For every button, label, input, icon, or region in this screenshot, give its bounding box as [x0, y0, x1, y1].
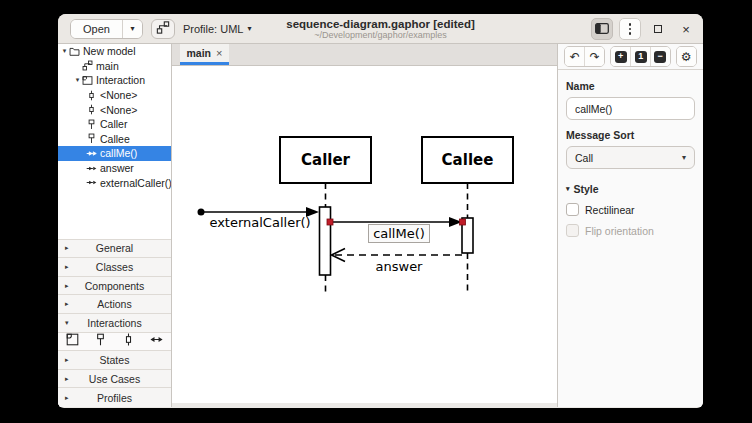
section-label: Components [85, 280, 145, 292]
toolbox-section-classes[interactable]: ▸ Classes [58, 258, 171, 277]
tree-item-main[interactable]: main [58, 59, 171, 74]
rectilinear-checkbox-row[interactable]: Rectilinear [566, 203, 695, 216]
menu-button[interactable] [619, 18, 641, 40]
toolbox: ▸ General ▸ Classes ▸ Components ▸ Actio… [58, 239, 171, 407]
caller-activation-bar[interactable] [320, 207, 331, 275]
tool-interaction[interactable] [65, 334, 80, 349]
tree-item-label: Interaction [96, 74, 145, 86]
rectilinear-checkbox[interactable] [566, 203, 579, 216]
selection-handle[interactable] [327, 219, 333, 225]
expander-right-icon: ▸ [65, 244, 69, 252]
style-expander[interactable]: ▾ Style [566, 183, 695, 195]
toolbox-section-use-cases[interactable]: ▸ Use Cases [58, 370, 171, 389]
maximize-button[interactable] [647, 18, 669, 40]
tree-item-interaction[interactable]: ▾ Interaction [58, 73, 171, 88]
zoom-in-button[interactable]: + [611, 47, 630, 66]
section-label: Classes [96, 261, 133, 273]
flip-orientation-checkbox-row: Flip orientation [566, 224, 695, 237]
tool-execution-specification[interactable] [121, 334, 136, 349]
lifeline-icon [86, 118, 98, 130]
zoom-group: + 1 − [610, 46, 671, 67]
selection-handle[interactable] [460, 219, 466, 225]
undo-button[interactable]: ↶ [565, 47, 584, 66]
app-window: sequence-diagram.gaphor [edited] ~/Devel… [58, 14, 703, 408]
expander-right-icon: ▸ [65, 282, 69, 290]
tree-item-none-1[interactable]: <None> [58, 88, 171, 103]
message-icon [86, 162, 98, 174]
folder-icon [69, 45, 81, 57]
settings-group: ⚙ [676, 46, 698, 67]
window-title: sequence-diagram.gaphor [edited] [286, 18, 475, 30]
close-icon: × [682, 23, 690, 36]
open-button[interactable]: Open [71, 20, 122, 38]
zoom-original-button[interactable]: 1 [630, 47, 650, 66]
window-subtitle: ~/Development/gaphor/examples [314, 30, 446, 40]
tree-item-label: <None> [100, 89, 137, 101]
tree-item-callee[interactable]: Callee [58, 132, 171, 147]
message-icon [86, 147, 98, 159]
toolbox-section-components[interactable]: ▸ Components [58, 277, 171, 296]
close-button[interactable]: × [675, 18, 697, 40]
tree-item-caller[interactable]: Caller [58, 117, 171, 132]
name-input[interactable] [566, 97, 695, 120]
zoom-out-icon: − [654, 51, 666, 63]
tree-item-none-2[interactable]: <None> [58, 102, 171, 117]
gear-icon: ⚙ [681, 50, 692, 64]
lifeline-tool-icon [94, 333, 107, 349]
expander-icon[interactable]: ▾ [73, 76, 82, 84]
tree-item-label: Callee [100, 133, 130, 145]
toolbox-section-profiles[interactable]: ▸ Profiles [58, 388, 171, 407]
properties-body: Name Message Sort Call ▾ ▾ Style Rectili… [558, 70, 703, 253]
caret-down-icon: ▾ [130, 24, 134, 33]
new-diagram-icon [156, 21, 170, 37]
profile-selector[interactable]: Profile: UML ▾ [183, 19, 252, 39]
redo-button[interactable]: ↷ [584, 47, 604, 66]
answer-message-label[interactable]: answer [376, 259, 424, 274]
tab-label: main [187, 47, 212, 59]
callme-message-label[interactable]: callMe() [373, 226, 425, 241]
caller-label[interactable]: Caller [301, 151, 351, 169]
settings-button[interactable]: ⚙ [677, 47, 697, 66]
externalcaller-message-label[interactable]: externalCaller() [209, 215, 310, 230]
message-sort-dropdown[interactable]: Call ▾ [566, 146, 695, 169]
tree-item-callme[interactable]: callMe() [58, 146, 171, 161]
expander-icon[interactable]: ▾ [60, 47, 69, 55]
zoom-out-button[interactable]: − [650, 47, 670, 66]
tree-item-label: externalCaller() [100, 177, 171, 189]
tab-close-icon[interactable]: × [216, 47, 222, 59]
rectilinear-label: Rectilinear [585, 204, 635, 216]
toolbox-section-actions[interactable]: ▸ Actions [58, 295, 171, 314]
toolbox-section-states[interactable]: ▸ States [58, 351, 171, 370]
tree-item-label: main [96, 60, 119, 72]
callee-label[interactable]: Callee [442, 151, 494, 169]
tree-item-new-model[interactable]: ▾ New model [58, 44, 171, 59]
expander-right-icon: ▸ [65, 356, 69, 364]
caret-down-icon: ▾ [247, 24, 251, 33]
maximize-icon [654, 25, 662, 33]
execution-specification-icon [86, 104, 98, 116]
open-dropdown-button[interactable]: ▾ [122, 20, 142, 38]
menu-icon [629, 23, 632, 35]
expander-right-icon: ▸ [65, 300, 69, 308]
message-icon [86, 177, 98, 189]
tool-message[interactable] [149, 334, 164, 349]
interactions-tools [58, 333, 171, 352]
tab-main[interactable]: main × [180, 44, 229, 65]
tool-lifeline[interactable] [93, 334, 108, 349]
toolbox-section-general[interactable]: ▸ General [58, 240, 171, 259]
execution-specification-icon [86, 89, 98, 101]
tree-item-label: callMe() [100, 147, 137, 159]
toolbox-section-interactions[interactable]: ▾ Interactions [58, 314, 171, 333]
message-tool-icon [150, 333, 163, 349]
section-label: Profiles [97, 392, 132, 404]
caret-down-icon: ▾ [682, 153, 686, 162]
window-body: ▾ New model main ▾ Interaction <None> [58, 44, 703, 407]
new-diagram-button[interactable] [151, 19, 175, 39]
diagram-canvas[interactable]: Caller Callee externalCaller() callMe( [172, 66, 557, 403]
tree-item-externalcaller[interactable]: externalCaller() [58, 175, 171, 190]
tree-item-label: New model [83, 45, 136, 57]
tree-item-answer[interactable]: answer [58, 161, 171, 176]
toggle-sidebar-button[interactable] [591, 18, 613, 40]
tree-item-label: answer [100, 162, 134, 174]
section-label: General [96, 242, 133, 254]
